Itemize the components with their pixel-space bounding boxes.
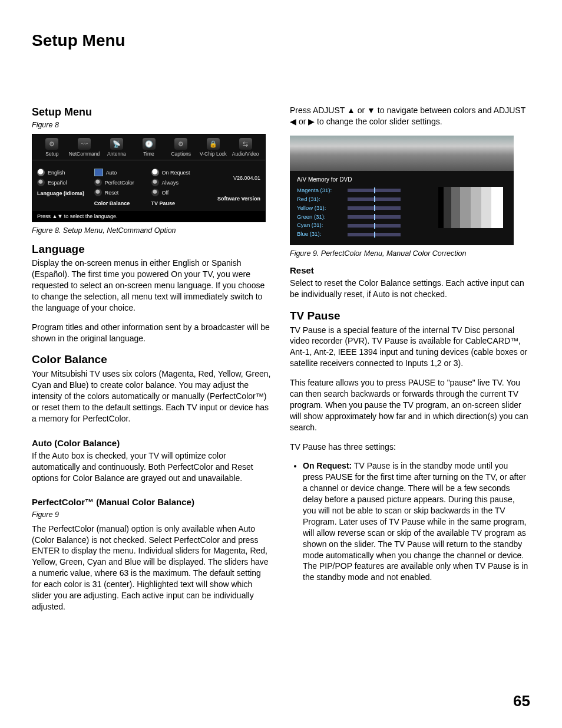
language-paragraph-2: Program titles and other information sen…: [32, 322, 272, 344]
tab-label: Captions: [171, 151, 191, 157]
radio-onrequest[interactable]: On Request: [151, 169, 204, 176]
netcommand-icon: 〰: [78, 138, 91, 150]
down-arrow-icon: ▼: [367, 106, 375, 115]
language-paragraph-1: Display the on-screen menus in either En…: [32, 258, 272, 313]
group-title-version: Software Version: [208, 195, 260, 202]
slider-label: Magenta (31):: [297, 187, 344, 195]
colorbalance-paragraph: Your Mitsubishi TV uses six colors (Mage…: [32, 368, 272, 424]
figure8-caption: Figure 8. Setup Menu, NetCommand Option: [32, 226, 272, 236]
time-icon: 🕘: [143, 138, 156, 150]
text-fragment: to change the color slider settings.: [315, 117, 442, 126]
perfectcolor-heading: PerfectColor™ (Manual Color Balance): [32, 496, 272, 508]
group-title-language: Language (Idioma): [37, 190, 90, 197]
setup-icon: ⚙: [45, 138, 58, 150]
radio-off[interactable]: Off: [151, 189, 204, 196]
option-label: Auto: [106, 169, 117, 176]
tab-label: Audio/Video: [232, 151, 259, 157]
figure9-caption: Figure 9. PerfectColor Menu, Manual Colo…: [290, 249, 530, 259]
radio-icon: [94, 189, 102, 196]
auto-heading: Auto (Color Balance): [32, 437, 272, 449]
radio-english[interactable]: English: [37, 169, 90, 176]
option-label: Reset: [105, 189, 119, 196]
tab-antenna[interactable]: 📡Antenna: [100, 138, 133, 157]
radio-icon: [151, 179, 159, 186]
radio-icon: [151, 169, 159, 176]
slider-bar[interactable]: [348, 189, 401, 192]
captions-icon: ⚙: [174, 138, 187, 150]
slider-bar[interactable]: [348, 233, 401, 236]
adjust-instructions: Press ADJUST ▲ or ▼ to navigate between …: [290, 105, 530, 127]
radio-icon: [37, 179, 45, 186]
text-fragment: or: [355, 106, 367, 115]
radio-always[interactable]: Always: [151, 179, 204, 186]
setup-menu-heading: Setup Menu: [32, 105, 272, 119]
page-number: 65: [513, 691, 530, 711]
slider-bar[interactable]: [348, 215, 401, 219]
btn-perfectcolor[interactable]: PerfectColor: [94, 179, 147, 186]
slider-label: Cyan (31):: [297, 222, 344, 229]
group-title-tvpause: TV Pause: [151, 200, 204, 207]
software-version-number: V26.004.01: [208, 174, 260, 182]
radio-icon: [37, 169, 45, 176]
option-label: Always: [162, 179, 179, 186]
checkbox-icon: [94, 169, 103, 176]
option-label: Español: [48, 179, 67, 186]
perfectcolor-paragraph: The PerfectColor (manual) option is only…: [32, 523, 272, 612]
preview-image: [290, 136, 514, 171]
auto-paragraph: If the Auto box is checked, your TV will…: [32, 450, 272, 484]
menu-hint-footer: Press ▲▼ to select the language.: [32, 211, 265, 222]
figure9-perfectcolor-menu: A/V Memory for DVD Magenta (31): Red (31…: [290, 136, 514, 245]
option-label: PerfectColor: [105, 179, 134, 186]
tvpause-paragraph-2: This feature allows you to press PAUSE t…: [290, 377, 530, 433]
text-fragment: Press ADJUST: [290, 106, 347, 115]
left-arrow-icon: ◀: [290, 117, 296, 126]
option-label: English: [48, 169, 65, 176]
tvpause-settings-list: On Request: TV Pause is in the standby m…: [290, 460, 530, 583]
slider-label: Yellow (31):: [297, 205, 344, 212]
tvpause-group: On Request Always Off TV Pause: [151, 166, 204, 207]
btn-reset[interactable]: Reset: [94, 189, 147, 196]
version-group: V26.004.01 Software Version: [208, 166, 260, 207]
checkbox-auto[interactable]: Auto: [94, 169, 147, 176]
tab-label: Antenna: [107, 151, 126, 157]
tab-label: NetCommand: [69, 151, 100, 157]
page-title: Setup Menu: [32, 29, 530, 52]
up-arrow-icon: ▲: [347, 106, 355, 115]
slider-label: Blue (31):: [297, 230, 344, 238]
slider-bar[interactable]: [348, 197, 401, 201]
tab-time[interactable]: 🕘Time: [133, 138, 165, 157]
reset-heading: Reset: [290, 265, 530, 276]
tab-captions[interactable]: ⚙Captions: [165, 138, 197, 157]
figure8-setup-menu: ⚙Setup 〰NetCommand 📡Antenna 🕘Time ⚙Capti…: [32, 134, 266, 222]
tvpause-paragraph-1: TV Pause is a special feature of the int…: [290, 325, 530, 370]
lock-icon: 🔒: [207, 138, 220, 150]
group-title-colorbalance: Color Balance: [94, 200, 147, 207]
tab-label: Setup: [45, 151, 58, 157]
tab-vchip[interactable]: 🔒V-Chip Lock: [197, 138, 230, 157]
figure8-ref: Figure 8: [32, 120, 272, 130]
tab-audiovideo[interactable]: ⇆Audio/Video: [229, 138, 262, 157]
tab-label: Time: [143, 151, 154, 157]
text-fragment: or: [296, 117, 308, 126]
av-memory-label: A/V Memory for DVD: [297, 176, 507, 184]
tab-label: V-Chip Lock: [200, 151, 227, 157]
av-icon: ⇆: [239, 138, 252, 150]
tab-netcommand[interactable]: 〰NetCommand: [68, 138, 101, 157]
text-fragment: to navigate between colors and ADJUST: [375, 106, 525, 115]
slider-bar[interactable]: [348, 224, 401, 228]
option-label: Off: [162, 189, 169, 196]
tab-setup[interactable]: ⚙Setup: [36, 138, 68, 157]
right-arrow-icon: ▶: [308, 117, 315, 126]
slider-label: Red (31):: [297, 196, 344, 203]
tvpause-setting-onrequest: On Request: TV Pause is in the standby m…: [303, 460, 530, 583]
bullet-label: On Request:: [303, 461, 352, 470]
grayscale-swatch: [438, 187, 503, 228]
slider-bar[interactable]: [348, 206, 401, 210]
radio-icon: [151, 189, 159, 196]
radio-icon: [94, 179, 102, 186]
radio-espanol[interactable]: Español: [37, 179, 90, 186]
slider-label: Green (31):: [297, 213, 344, 221]
antenna-icon: 📡: [110, 138, 123, 150]
tvpause-heading: TV Pause: [290, 308, 530, 324]
slider-blue[interactable]: Blue (31):: [297, 230, 507, 238]
